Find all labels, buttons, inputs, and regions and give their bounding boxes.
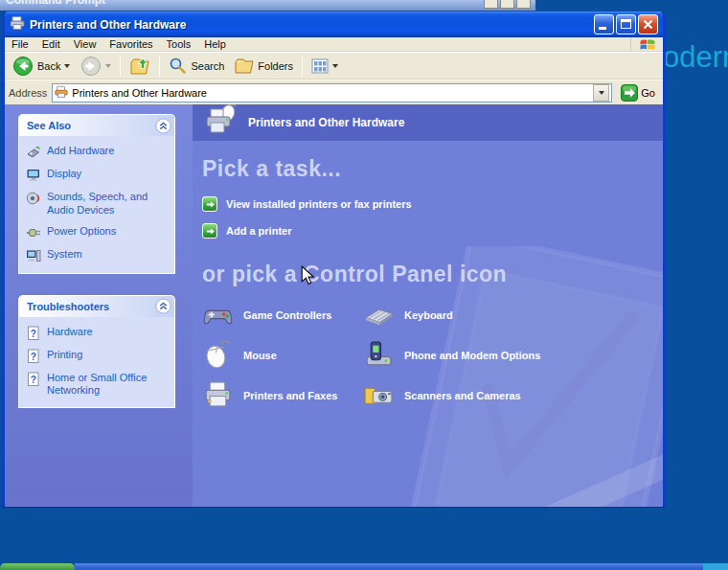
address-value: Printers and Other Hardware xyxy=(72,87,589,99)
back-dropdown-icon xyxy=(64,64,70,68)
cp-item-phone-modem[interactable]: Phone and Modem Options xyxy=(363,339,650,371)
views-button[interactable] xyxy=(307,57,342,76)
troubleshooters-body: ? Hardware ? Printing xyxy=(19,317,174,409)
system-tray[interactable] xyxy=(703,563,728,570)
views-icon xyxy=(311,57,329,75)
search-button[interactable]: Search xyxy=(165,56,228,76)
menu-bar: File Edit View Favorites Tools Help xyxy=(5,37,663,52)
pick-task-heading: Pick a task... xyxy=(202,156,663,182)
wallpaper-text: odern xyxy=(663,40,728,75)
address-label: Address xyxy=(9,87,47,99)
task-label: Add a printer xyxy=(226,225,291,237)
cp-item-label: Scanners and Cameras xyxy=(404,390,521,401)
sidebar-item-networking-troubleshooter[interactable]: ? Home or Small Office Networking xyxy=(26,372,171,399)
chevron-up-icon[interactable] xyxy=(155,298,171,314)
menu-view[interactable]: View xyxy=(67,38,103,50)
close-button[interactable] xyxy=(638,14,658,34)
taskbar-strip[interactable] xyxy=(75,563,703,570)
mouse-cursor xyxy=(301,265,315,285)
see-also-panel: See Also xyxy=(18,114,175,274)
sidebar-item-label: Sounds, Speech, and Audio Devices xyxy=(47,191,171,217)
help-document-icon: ? xyxy=(26,349,41,364)
forward-icon xyxy=(80,56,102,77)
add-hardware-icon xyxy=(26,145,41,160)
green-arrow-icon xyxy=(202,196,217,212)
maximize-button[interactable] xyxy=(616,14,636,34)
back-label: Back xyxy=(37,60,60,72)
sidebar-item-add-hardware[interactable]: Add Hardware xyxy=(26,145,171,160)
folder-up-icon xyxy=(129,56,150,77)
content-header-title: Printers and Other Hardware xyxy=(248,116,404,129)
address-dropdown-button[interactable] xyxy=(593,84,609,102)
sidebar-item-label: Printing xyxy=(47,349,82,362)
window-title: Printers and Other Hardware xyxy=(30,18,186,32)
main-content: Printers and Other Hardware xyxy=(193,104,663,507)
cp-item-label: Keyboard xyxy=(404,309,453,321)
start-button[interactable] xyxy=(0,563,75,570)
background-window-titlebar[interactable]: Command Prompt xyxy=(0,0,535,11)
task-label: View installed printers or fax printers xyxy=(226,198,412,210)
menu-favorites[interactable]: Favorites xyxy=(102,38,159,50)
cp-item-printers-faxes[interactable]: Printers and Faxes xyxy=(202,379,363,411)
chevron-up-icon[interactable] xyxy=(155,118,171,134)
back-button[interactable]: Back xyxy=(9,55,74,78)
cp-item-game-controllers[interactable]: Game Controllers xyxy=(202,299,363,331)
menu-file[interactable]: File xyxy=(5,38,35,50)
toolbar-separator xyxy=(120,56,121,77)
scanners-cameras-icon xyxy=(363,379,395,411)
printers-hardware-icon xyxy=(202,104,237,142)
troubleshooters-header[interactable]: Troubleshooters xyxy=(19,296,174,317)
go-button[interactable]: Go xyxy=(617,82,659,103)
power-options-icon xyxy=(26,225,41,240)
menu-tools[interactable]: Tools xyxy=(160,38,198,50)
close-icon xyxy=(639,15,657,34)
menu-edit[interactable]: Edit xyxy=(35,38,67,50)
sidebar-item-printing-troubleshooter[interactable]: ? Printing xyxy=(26,349,171,364)
content-body: Pick a task... View installed printers o… xyxy=(193,141,663,507)
search-icon xyxy=(169,57,187,75)
sounds-icon xyxy=(26,191,41,206)
see-also-header[interactable]: See Also xyxy=(19,115,174,136)
window-printer-icon xyxy=(10,15,25,34)
cp-item-label: Game Controllers xyxy=(243,309,331,321)
keyboard-icon xyxy=(363,299,395,331)
forward-button[interactable] xyxy=(77,55,115,78)
chevron-down-icon xyxy=(599,91,604,95)
cp-item-mouse[interactable]: Mouse xyxy=(202,339,363,371)
go-label: Go xyxy=(641,87,655,99)
task-view-printers[interactable]: View installed printers or fax printers xyxy=(202,196,412,212)
cp-item-scanners-cameras[interactable]: Scanners and Cameras xyxy=(363,379,650,411)
menu-help[interactable]: Help xyxy=(197,38,233,50)
background-maximize-button[interactable] xyxy=(500,0,514,9)
troubleshooters-panel: Troubleshooters ? xyxy=(18,295,175,409)
sidebar-item-display[interactable]: Display xyxy=(26,168,171,183)
see-also-title: See Also xyxy=(27,120,71,131)
sidebar-item-power-options[interactable]: Power Options xyxy=(26,225,171,240)
control-panel-heading: or pick a Control Panel icon xyxy=(202,262,663,287)
help-document-icon: ? xyxy=(26,372,41,387)
forward-dropdown-icon xyxy=(105,64,111,68)
address-bar: Address Printers and Other Hardware xyxy=(5,80,663,104)
address-input[interactable]: Printers and Other Hardware xyxy=(52,83,612,103)
sidebar-item-hardware-troubleshooter[interactable]: ? Hardware xyxy=(26,326,171,341)
titlebar[interactable]: Printers and Other Hardware xyxy=(5,11,663,37)
task-list: View installed printers or fax printers … xyxy=(202,196,663,239)
background-minimize-button[interactable] xyxy=(484,0,498,9)
printers-hardware-window: Printers and Other Hardware File Edit Vi… xyxy=(2,11,666,508)
cp-item-keyboard[interactable]: Keyboard xyxy=(363,299,650,331)
sidebar-item-sounds[interactable]: Sounds, Speech, and Audio Devices xyxy=(26,191,171,217)
task-add-printer[interactable]: Add a printer xyxy=(202,223,291,239)
printers-faxes-icon xyxy=(202,379,234,411)
sidebar-item-label: Power Options xyxy=(47,225,116,239)
minimize-button[interactable] xyxy=(594,14,614,34)
sidebar-item-label: Hardware xyxy=(47,326,93,339)
svg-text:?: ? xyxy=(31,351,36,361)
sidebar-item-label: Add Hardware xyxy=(47,145,114,158)
sidebar-item-system[interactable]: System xyxy=(26,248,171,263)
background-close-button[interactable] xyxy=(516,0,531,9)
toolbar: Back xyxy=(5,52,663,80)
toolbar-separator xyxy=(159,56,160,77)
up-button[interactable] xyxy=(125,55,154,78)
go-icon xyxy=(621,84,638,102)
folders-button[interactable]: Folders xyxy=(231,57,297,76)
